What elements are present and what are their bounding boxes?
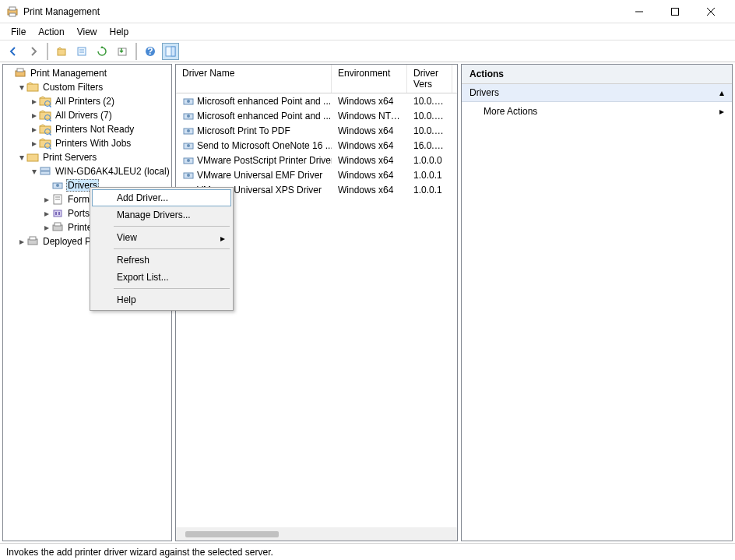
column-environment[interactable]: Environment [332, 65, 407, 93]
list-row[interactable]: Microsoft enhanced Point and ... Windows… [176, 93, 457, 108]
drivers-icon [51, 179, 64, 192]
svg-rect-18 [27, 84, 38, 91]
chevron-right-icon[interactable]: ▸ [42, 208, 51, 219]
cell-ver: 1.0.0.1 [407, 185, 452, 195]
forms-icon [51, 193, 64, 206]
chevron-right-icon[interactable]: ▸ [42, 194, 51, 205]
maximize-button[interactable] [657, 0, 693, 23]
svg-point-35 [56, 184, 59, 187]
horizontal-scrollbar[interactable] [176, 527, 457, 541]
collapse-icon[interactable]: ▴ [719, 87, 724, 98]
column-driver-version[interactable]: Driver Vers [407, 65, 452, 93]
chevron-down-icon[interactable]: ▾ [17, 152, 26, 163]
filter-icon [39, 109, 51, 122]
tree-filter-item[interactable]: ▸ All Printers (2) [30, 94, 171, 108]
tree-label: Ports [66, 208, 91, 219]
tree-filter-item[interactable]: ▸ Printers Not Ready [30, 122, 171, 136]
chevron-right-icon[interactable]: ▸ [30, 138, 39, 149]
forward-button[interactable] [25, 43, 42, 60]
up-button[interactable] [53, 43, 70, 60]
menu-view[interactable]: View [71, 25, 104, 39]
tree-filter-item[interactable]: ▸ All Drivers (7) [30, 108, 171, 122]
cell-name: Microsoft enhanced Point and ... [176, 110, 332, 122]
titlebar: Print Management [0, 0, 735, 23]
chevron-right-icon[interactable]: ▸ [42, 222, 51, 233]
cell-ver: 1.0.0.0 [407, 155, 452, 166]
driver-name: VMware PostScript Printer Driver [197, 155, 332, 166]
svg-rect-1 [9, 7, 16, 10]
chevron-right-icon[interactable]: ▸ [17, 236, 26, 247]
chevron-down-icon[interactable]: ▾ [17, 82, 26, 93]
context-menu-item[interactable]: Export List... [92, 269, 231, 286]
scroll-thumb[interactable] [185, 531, 279, 537]
tree-label: WIN-GD6AK4JLEU2 (local) [54, 166, 171, 177]
cell-ver: 16.0.7629.4 [407, 140, 452, 151]
divider [114, 248, 230, 249]
actions-more[interactable]: More Actions ▸ [462, 102, 732, 121]
refresh-button[interactable] [93, 43, 111, 60]
properties-button[interactable] [73, 43, 90, 60]
svg-point-47 [187, 100, 190, 103]
chevron-right-icon[interactable]: ▸ [30, 96, 39, 107]
list-row[interactable]: Send to Microsoft OneNote 16 ... Windows… [176, 138, 457, 153]
actions-section-drivers[interactable]: Drivers ▴ [462, 84, 732, 102]
cell-env: Windows NT x86 [332, 111, 407, 122]
chevron-right-icon[interactable]: ▸ [30, 110, 39, 121]
actions-header: Actions [462, 65, 732, 84]
context-menu-item[interactable]: Refresh [92, 252, 231, 269]
svg-line-21 [50, 106, 51, 107]
driver-icon [182, 154, 195, 167]
column-driver-name[interactable]: Driver Name [176, 65, 332, 93]
tree-server[interactable]: ▾ WIN-GD6AK4JLEU2 (local) [30, 164, 171, 178]
menu-help[interactable]: Help [104, 25, 135, 39]
list-row[interactable]: VMware Universal EMF Driver Windows x64 … [176, 167, 457, 182]
tree-label: All Drivers (7) [54, 110, 114, 121]
help-button[interactable]: ? [142, 43, 159, 60]
context-menu-item[interactable]: Manage Drivers... [92, 206, 231, 224]
cell-env: Windows x64 [332, 170, 407, 181]
list-body[interactable]: Microsoft enhanced Point and ... Windows… [176, 93, 457, 541]
svg-rect-41 [58, 212, 60, 215]
filter-icon [39, 123, 51, 136]
separator [135, 43, 137, 60]
svg-point-51 [187, 129, 190, 132]
list-row[interactable]: Microsoft enhanced Point and ... Windows… [176, 108, 457, 123]
cell-env: Windows x64 [332, 155, 407, 166]
svg-rect-15 [171, 47, 175, 56]
menu-file[interactable]: File [5, 25, 32, 39]
svg-rect-33 [40, 171, 50, 174]
svg-rect-4 [672, 8, 679, 15]
print-management-icon [6, 5, 19, 18]
svg-point-49 [187, 114, 190, 118]
chevron-down-icon[interactable]: ▾ [30, 166, 39, 177]
close-button[interactable] [693, 0, 729, 23]
actions-section-label: Drivers [469, 87, 499, 98]
minimize-button[interactable] [621, 0, 657, 23]
export-button[interactable] [114, 43, 131, 60]
svg-line-24 [50, 120, 51, 122]
context-menu-item[interactable]: View▸ [92, 229, 231, 246]
printer-icon [26, 235, 39, 248]
tree-label: Printers With Jobs [54, 138, 132, 149]
chevron-right-icon: ▸ [220, 233, 225, 244]
tree-print-servers[interactable]: ▾ Print Servers [17, 150, 171, 164]
context-menu-item[interactable]: Help [92, 291, 231, 308]
svg-point-55 [187, 159, 190, 162]
tree-custom-filters[interactable]: ▾ Custom Filters [17, 80, 171, 94]
list-header: Driver Name Environment Driver Vers [176, 65, 457, 93]
list-row[interactable]: Microsoft Print To PDF Windows x64 10.0.… [176, 123, 457, 138]
tree-root[interactable]: ▸ Print Management [5, 66, 171, 80]
driver-icon [182, 139, 195, 152]
show-actions-button[interactable] [162, 43, 179, 60]
svg-rect-40 [55, 212, 57, 215]
svg-line-30 [50, 148, 51, 150]
menu-action[interactable]: Action [32, 25, 70, 39]
printers-icon [51, 221, 64, 234]
cell-name: VMware PostScript Printer Driver [176, 154, 332, 167]
chevron-right-icon[interactable]: ▸ [30, 124, 39, 135]
list-row[interactable]: VMware PostScript Printer Driver Windows… [176, 153, 457, 167]
context-menu[interactable]: Add Driver...Manage Drivers...View▸Refre… [90, 187, 234, 311]
back-button[interactable] [5, 43, 22, 60]
tree-filter-item[interactable]: ▸ Printers With Jobs [30, 136, 171, 150]
context-menu-item[interactable]: Add Driver... [92, 189, 231, 206]
